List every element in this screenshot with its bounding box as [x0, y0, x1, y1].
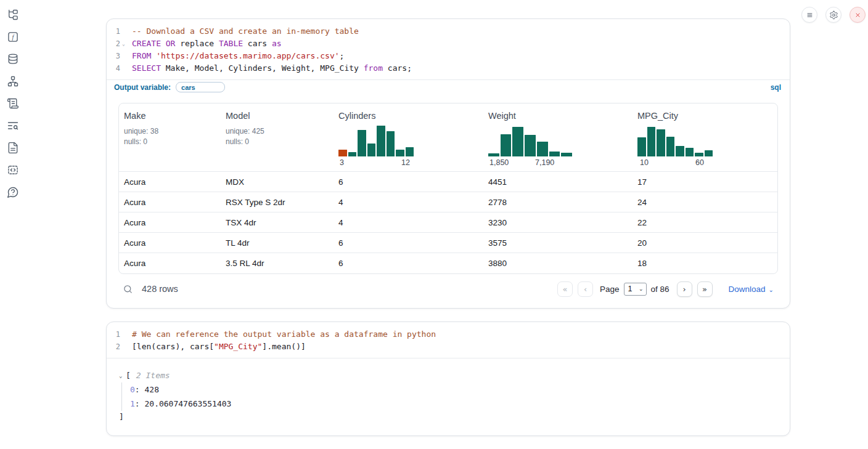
fold-gutter [120, 328, 127, 341]
histogram-bar[interactable] [358, 130, 366, 156]
column-name: Make [124, 111, 216, 121]
histogram-bar[interactable] [512, 127, 523, 156]
histogram-bar[interactable] [686, 148, 694, 156]
search-icon[interactable] [123, 283, 134, 294]
python-cell: 1# We can reference the output variable … [106, 322, 790, 436]
histogram-bar[interactable] [695, 153, 703, 156]
histogram-bar[interactable] [561, 153, 572, 156]
table-row[interactable]: AcuraMDX6445117 [119, 172, 777, 192]
histogram-min-label: 10 [640, 158, 649, 167]
histogram-bar[interactable] [406, 147, 414, 156]
histogram-bar[interactable] [338, 150, 347, 156]
row-count: 428 rows [142, 284, 178, 294]
download-button[interactable]: Download ⌄ [729, 285, 774, 294]
output-variable-label: Output variable: [114, 83, 171, 92]
code-snippet-icon[interactable] [7, 164, 20, 176]
scroll-icon[interactable] [7, 97, 20, 110]
histogram-bar[interactable] [387, 131, 395, 156]
table-row[interactable]: AcuraRSX Type S 2dr4277824 [119, 192, 777, 212]
column-header-model[interactable]: Modelunique: 425nulls: 0 [221, 103, 334, 172]
histogram-bar[interactable] [537, 142, 548, 156]
histogram-bar[interactable] [666, 137, 675, 156]
table-row[interactable]: AcuraTL 4dr6357520 [119, 233, 777, 253]
table-cell: 2778 [483, 192, 633, 212]
gear-icon[interactable] [825, 7, 841, 23]
page-select[interactable]: 1 ⌄ [624, 283, 647, 296]
histogram-min-label: 1,850 [489, 158, 509, 167]
code-line: 3FROM 'https://datasets.marimo.app/cars.… [107, 50, 790, 62]
fold-chevron-icon[interactable]: ⌄ [120, 38, 127, 50]
code-text: FROM 'https://datasets.marimo.app/cars.c… [127, 50, 344, 62]
database-icon[interactable] [7, 53, 20, 65]
function-icon[interactable]: f [7, 31, 20, 43]
collapse-chevron-icon[interactable]: ⌄ [119, 373, 126, 379]
histogram-bar[interactable] [367, 144, 376, 156]
histogram-max-label: 60 [695, 158, 704, 167]
sidebar: f [0, 0, 32, 449]
code-text: -- Download a CSV and create an in-memor… [127, 25, 359, 38]
histogram-bar[interactable] [377, 126, 385, 156]
histogram-bar[interactable] [705, 150, 713, 156]
close-icon[interactable] [850, 7, 866, 23]
table-cell: 24 [633, 192, 777, 212]
table-cell: 6 [334, 172, 483, 192]
histogram-max-label: 12 [401, 158, 410, 167]
histogram-bar[interactable] [348, 152, 357, 156]
histogram-bar[interactable] [525, 135, 536, 156]
fold-gutter [120, 25, 127, 38]
table-row[interactable]: AcuraTSX 4dr4323022 [119, 212, 777, 233]
column-name: Cylinders [338, 111, 478, 121]
window-controls [801, 7, 866, 23]
menu-icon[interactable] [801, 7, 817, 23]
python-code-editor[interactable]: 1# We can reference the output variable … [107, 322, 790, 358]
table-cell: Acura [119, 233, 221, 253]
code-text: [len(cars), cars["MPG_City"].mean()] [127, 341, 306, 353]
table-footer: 428 rows « ‹ Page 1 ⌄ of 86 › » Download… [118, 274, 778, 301]
code-text: # We can reference the output variable a… [127, 328, 436, 341]
next-page-button[interactable]: › [677, 281, 692, 297]
list-search-icon[interactable] [7, 119, 20, 132]
column-header-cylinders[interactable]: Cylinders312 [334, 103, 483, 172]
document-icon[interactable] [7, 142, 20, 154]
python-output: ⌄ [ 2 Items 0: 4281: 20.060747663551403 … [107, 358, 790, 435]
histogram-bar[interactable] [647, 127, 656, 156]
list-entry-value: : 20.060747663551403 [135, 399, 232, 408]
code-text: CREATE OR replace TABLE cars as [127, 38, 282, 50]
prev-page-button[interactable]: ‹ [578, 281, 593, 297]
table-row[interactable]: Acura3.5 RL 4dr6388018 [119, 253, 777, 273]
line-number: 2 [107, 341, 120, 353]
histogram-bar[interactable] [396, 150, 404, 156]
page-select-value: 1 [628, 285, 633, 293]
first-page-button[interactable]: « [557, 281, 573, 297]
histogram-bar[interactable] [657, 129, 665, 156]
column-name: Model [226, 111, 329, 121]
fold-gutter [120, 341, 127, 353]
notebook: 1-- Download a CSV and create an in-memo… [106, 0, 790, 436]
table-cell: 3575 [483, 233, 633, 253]
histogram-bar[interactable] [488, 153, 499, 156]
column-histogram: 1,8507,190 [488, 126, 628, 168]
column-stats: unique: 38nulls: 0 [124, 126, 216, 147]
histogram-bar[interactable] [501, 134, 512, 156]
column-header-mpg_city[interactable]: MPG_City1060 [633, 103, 777, 172]
column-header-weight[interactable]: Weight1,8507,190 [483, 103, 633, 172]
code-line: 2⌄CREATE OR replace TABLE cars as [107, 38, 790, 50]
help-icon[interactable] [7, 186, 20, 198]
file-tree-icon[interactable] [7, 9, 20, 21]
histogram-bar[interactable] [637, 137, 646, 156]
sql-code-editor[interactable]: 1-- Download a CSV and create an in-memo… [107, 19, 790, 79]
line-number: 1 [107, 328, 120, 341]
line-number: 3 [107, 50, 120, 62]
histogram-bar[interactable] [676, 146, 684, 156]
sitemap-icon[interactable] [7, 75, 20, 87]
column-histogram: 312 [338, 126, 478, 168]
list-entry-value: : 428 [135, 385, 159, 394]
line-number: 1 [107, 25, 120, 38]
column-header-make[interactable]: Makeunique: 38nulls: 0 [119, 103, 221, 172]
table-cell: TSX 4dr [221, 212, 334, 233]
last-page-button[interactable]: » [697, 281, 713, 297]
histogram-bar[interactable] [549, 152, 560, 156]
data-table: Makeunique: 38nulls: 0Modelunique: 425nu… [118, 103, 778, 274]
table-cell: 3880 [483, 253, 633, 273]
output-variable-input[interactable] [176, 82, 225, 92]
